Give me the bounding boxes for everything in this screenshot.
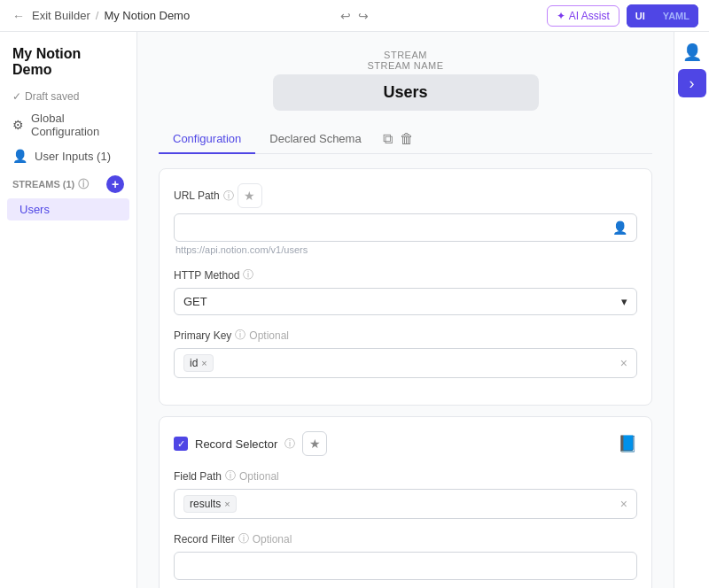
topbar-right: ✦ AI Assist UI YAML [547, 4, 698, 27]
field-path-tag: results × [183, 495, 237, 513]
yaml-mode-button[interactable]: YAML [654, 4, 698, 27]
sidebar-item-user-inputs[interactable]: 👤 User Inputs (1) [0, 143, 136, 168]
sidebar-title: My Notion Demo [0, 43, 136, 87]
record-filter-info-icon[interactable]: ⓘ [238, 531, 249, 546]
user-profile-button[interactable]: 👤 [682, 43, 702, 62]
http-method-section: HTTP Method ⓘ GET ▾ [174, 267, 637, 315]
url-path-card: URL Path ⓘ ★ v1/users 👤 https://api.noti… [159, 168, 652, 406]
tab-icons: ⧉ 🗑 [383, 131, 414, 147]
field-path-optional: Optional [239, 470, 279, 483]
ai-assist-star-icon: ✦ [557, 10, 565, 22]
undo-button[interactable]: ↩ [339, 7, 353, 25]
url-hint: https://api.notion.com/v1/users [174, 244, 637, 255]
check-icon: ✓ [12, 90, 21, 103]
draft-saved-text: Draft saved [25, 90, 79, 103]
record-filter-label: Record Filter ⓘ Optional [174, 531, 637, 546]
record-selector-label: Record Selector [195, 437, 277, 451]
field-path-info-icon[interactable]: ⓘ [225, 468, 236, 484]
breadcrumb-label: My Notion Demo [104, 9, 190, 22]
book-icon[interactable]: 📘 [618, 434, 637, 453]
sidebar: My Notion Demo ✓ Draft saved ⚙ Global Co… [0, 32, 137, 588]
layout: My Notion Demo ✓ Draft saved ⚙ Global Co… [0, 32, 709, 588]
user-inputs-label: User Inputs (1) [35, 150, 111, 163]
field-path-tag-label: results [190, 498, 221, 510]
field-path-section: Field Path ⓘ Optional results × × [174, 468, 637, 519]
http-method-info-icon[interactable]: ⓘ [243, 267, 253, 282]
breadcrumb-separator: / [96, 9, 99, 22]
topbar: ← Exit Builder / My Notion Demo ↩ ↪ ✦ AI… [0, 0, 709, 32]
url-path-section: URL Path ⓘ ★ v1/users 👤 https://api.noti… [174, 183, 637, 255]
record-selector-info-icon[interactable]: ⓘ [284, 437, 295, 452]
tag-label: id [190, 357, 198, 369]
stream-name-label: Stream Name [159, 60, 652, 71]
exit-builder-label: Exit Builder [32, 9, 90, 22]
primary-key-info-icon[interactable]: ⓘ [235, 328, 245, 343]
streams-section-header: STREAMS (1) ⓘ + [0, 168, 136, 197]
user-inputs-icon: 👤 [12, 149, 27, 163]
field-path-tags-field[interactable]: results × × [174, 489, 637, 519]
record-filter-text-input[interactable] [183, 560, 627, 573]
record-selector-header: Record Selector ⓘ ★ 📘 [174, 431, 637, 456]
tab-configuration[interactable]: Configuration [159, 125, 255, 154]
primary-key-section: Primary Key ⓘ Optional id × × [174, 328, 637, 378]
url-path-info-icon[interactable]: ⓘ [223, 189, 234, 204]
primary-key-label: Primary Key ⓘ Optional [174, 328, 637, 343]
main-content: Stream Stream Name Users Configuration D… [137, 32, 674, 588]
topbar-left: ← Exit Builder / My Notion Demo [11, 7, 190, 25]
sidebar-stream-users[interactable]: Users [7, 198, 129, 220]
url-path-star-button[interactable]: ★ [238, 183, 262, 208]
tabs: Configuration Declared Schema ⧉ 🗑 [159, 125, 652, 154]
url-path-input[interactable]: v1/users 👤 [174, 213, 637, 242]
streams-info-icon[interactable]: ⓘ [78, 177, 89, 192]
record-selector-checkbox[interactable] [174, 437, 188, 451]
stream-label: Stream [159, 50, 652, 60]
http-method-select[interactable]: GET ▾ [174, 288, 637, 315]
add-stream-button[interactable]: + [106, 175, 124, 193]
mode-toggle: UI YAML [627, 4, 698, 27]
primary-key-tag: id × [183, 354, 214, 372]
global-config-label: Global Configuration [31, 112, 124, 138]
chevron-down-icon: ▾ [621, 295, 627, 308]
stream-name-value: Users [273, 74, 539, 111]
ai-assist-label: AI Assist [569, 10, 610, 22]
clear-primary-key-button[interactable]: × [620, 356, 627, 370]
right-rail: 👤 › [674, 32, 709, 588]
saved-label: ✓ Draft saved [0, 87, 136, 106]
record-filter-optional: Optional [253, 533, 292, 545]
copy-icon[interactable]: ⧉ [383, 131, 393, 147]
url-path-text-input[interactable]: v1/users [183, 221, 612, 235]
tag-remove-icon[interactable]: × [201, 358, 206, 368]
url-path-person-icon: 👤 [612, 220, 627, 235]
url-path-label: URL Path ⓘ ★ [174, 183, 637, 208]
ui-mode-button[interactable]: UI [627, 4, 654, 27]
sidebar-item-global-config[interactable]: ⚙ Global Configuration [0, 106, 136, 143]
global-config-icon: ⚙ [12, 118, 24, 132]
http-method-label: HTTP Method ⓘ [174, 267, 637, 282]
primary-key-optional: Optional [249, 329, 289, 342]
field-path-tags-left: results × [183, 495, 237, 513]
expand-button[interactable]: › [678, 69, 706, 97]
stream-users-label: Users [19, 203, 50, 216]
topbar-center: ↩ ↪ [339, 7, 370, 25]
field-path-tag-remove-icon[interactable]: × [224, 499, 230, 509]
clear-field-path-button[interactable]: × [620, 497, 627, 511]
primary-key-tags-field[interactable]: id × × [174, 348, 637, 378]
redo-button[interactable]: ↪ [356, 7, 370, 25]
trash-icon[interactable]: 🗑 [400, 131, 414, 147]
stream-header: Stream Stream Name Users [159, 50, 652, 111]
http-method-value: GET [183, 295, 207, 308]
record-selector-card: Record Selector ⓘ ★ 📘 Field Path ⓘ Optio… [159, 416, 652, 588]
record-selector-star-button[interactable]: ★ [302, 431, 327, 456]
record-filter-input[interactable] [174, 552, 637, 580]
back-icon[interactable]: ← [11, 7, 27, 25]
field-path-label: Field Path ⓘ Optional [174, 468, 637, 484]
tags-left: id × [183, 354, 214, 372]
record-filter-section: Record Filter ⓘ Optional [174, 531, 637, 580]
ai-assist-button[interactable]: ✦ AI Assist [547, 5, 619, 27]
streams-label: STREAMS (1) [12, 179, 74, 190]
tab-declared-schema[interactable]: Declared Schema [255, 125, 375, 154]
